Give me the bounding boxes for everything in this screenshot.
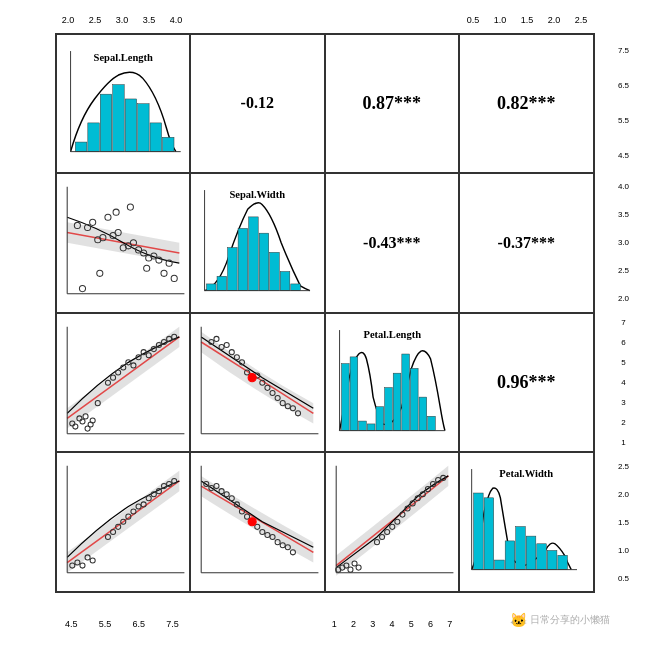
svg-point-34 — [79, 286, 85, 292]
svg-text:Petal.Length: Petal.Length — [363, 328, 421, 339]
cell-1-2: -0.12 — [190, 34, 325, 174]
cell-3-4: 0.96*** — [459, 313, 594, 453]
corr-2-4: -0.37*** — [460, 174, 593, 312]
svg-point-95 — [248, 373, 256, 381]
svg-point-160 — [347, 567, 352, 572]
svg-rect-98 — [341, 363, 349, 430]
scatter-3-2 — [191, 314, 324, 452]
bottom-axis-col1: 4.5 5.5 6.5 7.5 — [55, 615, 190, 633]
top-label: 3.0 — [116, 15, 129, 25]
corr-2-3: -0.43*** — [326, 174, 459, 312]
top-label: 2.5 — [89, 15, 102, 25]
svg-rect-187 — [558, 555, 568, 569]
svg-point-162 — [356, 565, 361, 570]
svg-rect-186 — [547, 550, 557, 569]
cell-4-3 — [325, 452, 460, 592]
svg-point-33 — [171, 275, 177, 281]
svg-rect-4 — [125, 98, 136, 151]
svg-rect-102 — [375, 406, 383, 430]
svg-point-80 — [224, 342, 229, 347]
svg-point-78 — [214, 336, 219, 341]
svg-point-58 — [90, 417, 95, 422]
cell-2-3: -0.43*** — [325, 173, 460, 313]
corr-3-4: 0.96*** — [460, 314, 593, 452]
cell-4-2 — [190, 452, 325, 592]
svg-rect-104 — [393, 373, 401, 430]
scatter-4-1 — [57, 453, 190, 591]
svg-rect-1 — [87, 122, 98, 151]
scatter-4-3 — [326, 453, 459, 591]
plot-grid: Sepal.Length -0.12 0.87*** 0.82*** — [55, 33, 595, 593]
svg-point-54 — [79, 418, 84, 423]
top-axis-col4: 0.5 1.0 1.5 2.0 2.5 — [460, 15, 595, 25]
top-label: 0.5 — [467, 15, 480, 25]
svg-rect-0 — [75, 142, 86, 152]
svg-rect-45 — [280, 271, 290, 290]
cell-2-1 — [56, 173, 191, 313]
svg-rect-7 — [162, 137, 173, 151]
svg-rect-41 — [238, 228, 248, 290]
svg-rect-100 — [358, 421, 366, 431]
watermark: 🐱 日常分享的小懒猫 — [510, 612, 610, 628]
svg-rect-43 — [259, 233, 269, 290]
top-label: 2.0 — [62, 15, 75, 25]
cell-2-2: Sepal.Width — [190, 173, 325, 313]
svg-rect-184 — [526, 536, 536, 570]
svg-point-25 — [104, 214, 110, 220]
svg-rect-42 — [249, 217, 259, 291]
corr-1-4: 0.82*** — [460, 35, 593, 173]
svg-rect-179 — [474, 493, 484, 570]
svg-rect-2 — [100, 94, 111, 151]
svg-rect-44 — [270, 252, 280, 290]
corr-1-3: 0.87*** — [326, 35, 459, 173]
hist-petal-length: Petal.Length — [330, 318, 455, 448]
top-label: 1.5 — [521, 15, 534, 25]
svg-point-161 — [351, 561, 356, 566]
svg-rect-180 — [484, 498, 494, 570]
cell-1-3: 0.87*** — [325, 34, 460, 174]
svg-rect-38 — [206, 284, 216, 291]
hist-sepal-width: Sepal.Width — [195, 178, 320, 308]
top-label: 2.0 — [548, 15, 561, 25]
right-axis-row3: 7 6 5 4 3 2 1 — [613, 313, 635, 453]
chart-container: 2.0 2.5 3.0 3.5 4.0 0.5 1.0 1.5 2.0 2.5 — [15, 13, 635, 633]
svg-point-115 — [79, 563, 84, 568]
cell-3-1 — [56, 313, 191, 453]
svg-point-35 — [96, 270, 102, 276]
svg-rect-3 — [112, 84, 123, 151]
svg-rect-5 — [137, 103, 148, 151]
svg-point-31 — [143, 265, 149, 271]
svg-rect-185 — [537, 544, 547, 570]
cell-2-4: -0.37*** — [459, 173, 594, 313]
svg-rect-40 — [228, 248, 238, 291]
svg-rect-39 — [217, 276, 227, 290]
cell-1-4: 0.82*** — [459, 34, 594, 174]
cell-1-1: Sepal.Length — [56, 34, 191, 174]
right-axis-row2: 4.0 3.5 3.0 2.5 2.0 — [613, 173, 635, 313]
svg-rect-106 — [410, 368, 418, 430]
svg-point-153 — [248, 518, 256, 526]
top-label: 1.0 — [494, 15, 507, 25]
svg-rect-103 — [384, 387, 392, 430]
bottom-axis-col3: 1 2 3 4 5 6 7 — [325, 615, 460, 633]
right-axis-row4: 2.5 2.0 1.5 1.0 0.5 — [613, 453, 635, 593]
top-label: 2.5 — [575, 15, 588, 25]
svg-rect-182 — [505, 541, 515, 570]
cell-4-4: Petal.Width — [459, 452, 594, 592]
top-axis-col1: 2.0 2.5 3.0 3.5 4.0 — [55, 15, 190, 25]
right-axis-row1: 7.5 6.5 5.5 4.5 — [613, 33, 635, 173]
hist-sepal-length: Sepal.Length — [61, 39, 186, 169]
svg-rect-6 — [150, 122, 161, 151]
svg-point-29 — [127, 204, 133, 210]
scatter-4-2 — [191, 453, 324, 591]
svg-rect-105 — [401, 354, 409, 431]
scatter-2-1 — [57, 174, 190, 312]
svg-point-30 — [113, 209, 119, 215]
bottom-axis-col2 — [190, 615, 325, 633]
svg-rect-46 — [291, 284, 301, 291]
svg-rect-181 — [495, 560, 505, 570]
svg-rect-183 — [516, 527, 526, 570]
svg-text:Petal.Width: Petal.Width — [499, 468, 553, 479]
svg-point-52 — [72, 424, 77, 429]
svg-point-32 — [160, 270, 166, 276]
